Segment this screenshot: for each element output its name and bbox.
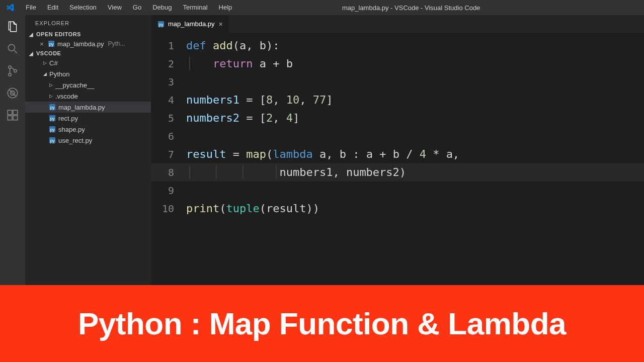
svg-point-3	[14, 69, 17, 72]
line-number: 8	[151, 163, 186, 182]
python-file-icon: py	[47, 40, 55, 48]
python-file-icon: py	[48, 136, 56, 144]
debug-icon[interactable]	[6, 86, 19, 100]
workspace-label: VSCode	[36, 50, 61, 56]
code-line	[186, 182, 644, 200]
svg-point-1	[9, 66, 11, 68]
open-editors-header[interactable]: ◢ Open Editors	[25, 30, 151, 38]
svg-text:py: py	[50, 127, 55, 132]
code-line: │ return a + b	[186, 55, 644, 73]
workspace-header[interactable]: ◢ VSCode	[25, 49, 151, 57]
code-line	[186, 73, 644, 91]
close-icon[interactable]: ×	[38, 40, 45, 48]
folder-label: C#	[49, 59, 58, 67]
chevron-right-icon: ▷	[48, 94, 53, 99]
folder-csharp[interactable]: ▷ C#	[25, 57, 151, 68]
python-file-icon: py	[48, 114, 56, 122]
tab-map-lambda[interactable]: py map_lambda.py ×	[151, 15, 229, 33]
file-use-rect[interactable]: py use_rect.py	[25, 135, 151, 146]
menu-debug[interactable]: Debug	[148, 0, 176, 15]
explorer-icon[interactable]	[6, 20, 19, 33]
python-file-icon: py	[157, 20, 165, 28]
line-number: 7	[151, 145, 186, 163]
svg-rect-9	[13, 110, 18, 115]
folder-label: .vscode	[55, 93, 78, 100]
menu-selection[interactable]: Selection	[65, 0, 101, 15]
vscode-logo-icon	[6, 4, 14, 12]
file-label: rect.py	[58, 115, 78, 122]
source-control-icon[interactable]	[6, 64, 19, 77]
chevron-down-icon: ◢	[28, 51, 34, 56]
svg-point-2	[9, 73, 11, 76]
python-file-icon: py	[48, 103, 56, 111]
close-icon[interactable]: ×	[219, 20, 223, 28]
extensions-icon[interactable]	[6, 109, 19, 122]
svg-point-0	[8, 44, 15, 51]
chevron-right-icon: ▷	[42, 60, 47, 65]
chevron-right-icon: ▷	[48, 82, 53, 87]
line-number: 2	[151, 55, 186, 73]
chevron-down-icon: ◢	[42, 71, 47, 76]
folder-pycache[interactable]: ▷ __pycache__	[25, 79, 151, 90]
search-icon[interactable]	[6, 42, 19, 55]
file-rect[interactable]: py rect.py	[25, 113, 151, 124]
menu-edit[interactable]: Edit	[43, 0, 63, 15]
file-label: use_rect.py	[58, 137, 92, 144]
main-area: Explorer ◢ Open Editors × py map_lambda.…	[0, 15, 644, 285]
sidebar-title: Explorer	[25, 15, 151, 30]
line-number: 4	[151, 91, 186, 109]
line-number: 5	[151, 109, 186, 127]
activity-bar	[0, 15, 25, 285]
folder-label: Python	[49, 70, 69, 78]
video-banner: Python : Map Function & Lambda	[0, 285, 644, 362]
code-line: result = map(lambda a, b : a + b / 4 * a…	[186, 145, 644, 163]
tab-label: map_lambda.py	[168, 20, 215, 28]
code-line: print(tuple(result))	[186, 200, 644, 218]
menu-view[interactable]: View	[103, 0, 126, 15]
open-editors-label: Open Editors	[36, 31, 81, 37]
open-editor-item[interactable]: × py map_lambda.py Pyth...	[25, 38, 151, 49]
line-number: 3	[151, 73, 186, 91]
window-title: map_lambda.py - VSCode - Visual Studio C…	[238, 4, 584, 12]
svg-text:py: py	[50, 105, 55, 110]
svg-rect-6	[8, 110, 12, 115]
menu-terminal[interactable]: Terminal	[178, 0, 212, 15]
code-line: def add(a, b):	[186, 37, 644, 55]
open-editor-filename: map_lambda.py	[57, 40, 104, 48]
folder-vscode[interactable]: ▷ .vscode	[25, 90, 151, 102]
code-line: │ │ │ │numbers1, numbers2)	[186, 163, 644, 182]
code-line: numbers2 = [2, 4]	[186, 109, 644, 127]
file-label: map_lambda.py	[58, 104, 105, 111]
editor-tabs: py map_lambda.py ×	[151, 15, 644, 33]
code-line	[186, 127, 644, 145]
line-number: 1	[151, 37, 186, 55]
code-line: numbers1 = [8, 10, 77]	[186, 91, 644, 109]
folder-python[interactable]: ◢ Python	[25, 68, 151, 79]
svg-rect-7	[8, 116, 12, 120]
file-map-lambda[interactable]: py map_lambda.py	[25, 102, 151, 113]
folder-label: __pycache__	[55, 81, 94, 89]
line-number: 6	[151, 127, 186, 145]
code-editor[interactable]: 1def add(a, b): 2│ return a + b 3 4numbe…	[151, 33, 644, 285]
line-number: 9	[151, 182, 186, 200]
file-shape[interactable]: py shape.py	[25, 124, 151, 135]
svg-text:py: py	[158, 22, 164, 27]
line-number: 10	[151, 200, 186, 218]
menu-go[interactable]: Go	[128, 0, 146, 15]
sidebar: Explorer ◢ Open Editors × py map_lambda.…	[25, 15, 151, 285]
file-label: shape.py	[58, 126, 85, 133]
banner-text: Python : Map Function & Lambda	[78, 306, 566, 341]
svg-rect-8	[13, 116, 18, 120]
menu-help[interactable]: Help	[214, 0, 237, 15]
svg-text:py: py	[50, 138, 55, 143]
svg-text:py: py	[49, 42, 54, 47]
svg-point-5	[11, 91, 15, 96]
svg-text:py: py	[50, 116, 55, 121]
chevron-down-icon: ◢	[28, 32, 34, 37]
editor-area: py map_lambda.py × 1def add(a, b): 2│ re…	[151, 15, 644, 285]
open-editor-meta: Pyth...	[108, 40, 125, 47]
titlebar: File Edit Selection View Go Debug Termin…	[0, 0, 644, 15]
menu-file[interactable]: File	[21, 0, 41, 15]
vscode-window: File Edit Selection View Go Debug Termin…	[0, 0, 644, 285]
python-file-icon: py	[48, 125, 56, 133]
